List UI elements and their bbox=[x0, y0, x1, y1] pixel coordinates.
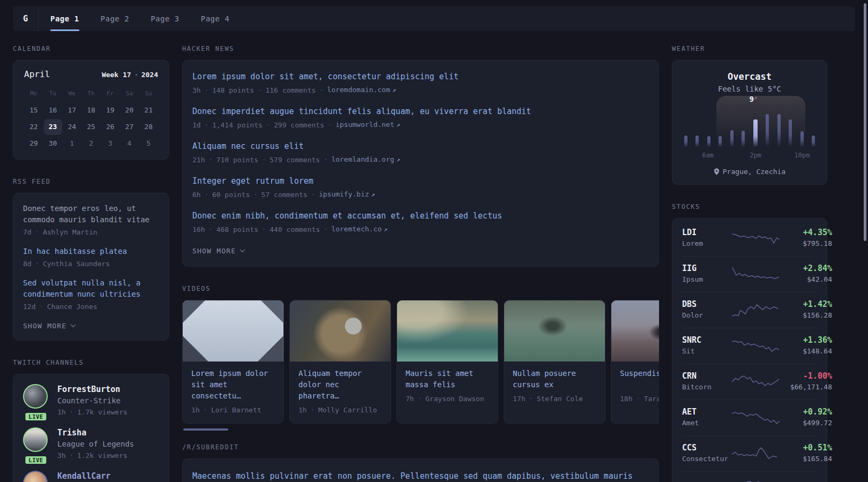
video-card[interactable]: Mauris sit amet massa felis7h·Grayson Da… bbox=[396, 300, 498, 424]
weather-location: Prague, Czechia bbox=[683, 168, 816, 176]
video-thumbnail[interactable] bbox=[290, 300, 391, 362]
stock-row[interactable]: DBSDolor+1.42%$156.28 bbox=[682, 292, 817, 328]
twitch-channel-info: TrishaLeague of Legends3h·1.2k viewers bbox=[57, 427, 134, 460]
stock-ticker[interactable]: LDI bbox=[682, 227, 731, 238]
tab-page-1[interactable]: Page 1 bbox=[50, 6, 79, 31]
hackernews-item-link[interactable]: Lorem ipsum dolor sit amet, consectetur … bbox=[192, 71, 649, 82]
meta-text: 8d bbox=[23, 259, 32, 268]
hackernews-item-link[interactable]: Donec imperdiet augue tincidunt felis al… bbox=[192, 106, 649, 117]
stock-row[interactable]: AETAmet+0.92%$499.72 bbox=[682, 400, 817, 435]
video-title-link[interactable]: Mauris sit amet massa felis bbox=[406, 368, 489, 390]
meta-text: 60 points bbox=[212, 190, 250, 199]
video-title-link[interactable]: Aliquam tempor dolor nec pharetra… bbox=[298, 368, 382, 402]
video-thumbnail[interactable] bbox=[397, 300, 498, 362]
stock-identity: IIGIpsum bbox=[682, 263, 731, 285]
meta-text: 299 comments bbox=[274, 120, 324, 130]
hackernews-item-meta: 1d·1,414 points·299 comments·ipsumworld.… bbox=[192, 120, 649, 130]
video-card[interactable]: Lorem ipsum dolor sit amet consectetu…1h… bbox=[182, 300, 284, 424]
external-link-icon: ↗ bbox=[392, 86, 396, 94]
hackernews-item-link[interactable]: Aliquam nec cursus elit bbox=[192, 141, 649, 152]
weather-bar bbox=[730, 130, 734, 147]
stock-change: +4.35% bbox=[781, 227, 832, 238]
stock-change: +1.36% bbox=[781, 335, 832, 346]
calendar-widget: CALENDAR April Week 17 2024 MoTuWeThFrSa… bbox=[13, 45, 169, 160]
video-title-link[interactable]: Lorem ipsum dolor sit amet consectetu… bbox=[191, 368, 275, 402]
video-thumbnail[interactable] bbox=[611, 300, 659, 362]
rss-item: Donec tempor eros leo, ut commodo mauris… bbox=[23, 203, 159, 237]
video-title-link[interactable]: Nullam posuere cursus ex bbox=[513, 368, 596, 390]
video-card[interactable]: Suspendisse diam18h·Tara bbox=[611, 300, 659, 424]
video-title-link[interactable]: Suspendisse diam bbox=[620, 368, 659, 390]
rss-show-more-button[interactable]: SHOW MORE bbox=[23, 322, 75, 330]
tab-page-2[interactable]: Page 2 bbox=[101, 6, 130, 31]
stock-row[interactable]: AHS+0.46% bbox=[682, 471, 817, 482]
hackernews-item: Donec enim nibh, condimentum et accumsan… bbox=[192, 210, 649, 234]
meta-text: 579 comments bbox=[270, 155, 320, 164]
meta-text: 12d bbox=[23, 302, 35, 311]
external-link-icon: ↗ bbox=[384, 225, 387, 233]
video-carousel-scrollbar[interactable] bbox=[183, 428, 228, 431]
external-link-icon: ↗ bbox=[371, 191, 375, 198]
stock-ticker[interactable]: AET bbox=[682, 406, 731, 418]
app-logo[interactable]: G bbox=[13, 6, 38, 31]
stock-row[interactable]: LDILorem+4.35%$795.18 bbox=[682, 221, 817, 256]
stock-row[interactable]: SNRCSit+1.36%$148.64 bbox=[682, 328, 817, 364]
twitch-channel-row[interactable]: LIVEForrestBurtonCounter-Strike1h·1.7k v… bbox=[23, 384, 159, 417]
tab-page-4[interactable]: Page 4 bbox=[201, 6, 230, 31]
meta-text: 116 comments bbox=[265, 86, 316, 95]
twitch-channel-info: KendallCarr bbox=[57, 471, 110, 482]
twitch-channel-name[interactable]: KendallCarr bbox=[57, 471, 110, 482]
stocks-card: LDILorem+4.35%$795.18IIGIpsum+2.84%$42.0… bbox=[672, 218, 827, 482]
hackernews-domain-link[interactable]: loremlandia.org↗ bbox=[331, 155, 400, 164]
calendar-day-header: Th bbox=[81, 86, 101, 102]
stock-ticker[interactable]: CRN bbox=[682, 371, 731, 382]
twitch-channel-row[interactable]: KendallCarr bbox=[23, 471, 159, 482]
twitch-channel-game: League of Legends bbox=[57, 439, 134, 450]
video-thumbnail[interactable] bbox=[183, 300, 283, 362]
video-carousel[interactable]: Lorem ipsum dolor sit amet consectetu…1h… bbox=[182, 300, 659, 424]
weather-bar-current bbox=[753, 119, 758, 147]
stock-identity: SNRCSit bbox=[682, 335, 731, 357]
twitch-channel-name[interactable]: Trisha bbox=[57, 427, 134, 439]
calendar-day: 29 bbox=[24, 135, 43, 152]
video-card[interactable]: Aliquam tempor dolor nec pharetra…1h·Mol… bbox=[289, 300, 391, 424]
twitch-channel-row[interactable]: LIVETrishaLeague of Legends3h·1.2k viewe… bbox=[23, 427, 159, 460]
subreddit-post-link[interactable]: Maecenas mollis pulvinar erat non posuer… bbox=[192, 470, 649, 482]
meta-text: Tara bbox=[644, 394, 659, 403]
stock-ticker[interactable]: IIG bbox=[682, 263, 731, 274]
tab-page-3[interactable]: Page 3 bbox=[151, 6, 179, 31]
stock-price: $165.84 bbox=[781, 454, 832, 464]
videos-widget-title: VIDEOS bbox=[182, 285, 659, 292]
stock-row[interactable]: IIGIpsum+2.84%$42.04 bbox=[682, 256, 817, 292]
stock-row[interactable]: CCSConsectetur+0.51%$165.84 bbox=[682, 435, 817, 471]
stock-ticker[interactable]: SNRC bbox=[682, 335, 731, 346]
external-link-icon: ↗ bbox=[396, 121, 400, 129]
separator-dot: · bbox=[319, 86, 323, 95]
hackernews-domain-link[interactable]: ipsumify.biz↗ bbox=[319, 190, 375, 199]
rss-item-link[interactable]: Donec tempor eros leo, ut commodo mauris… bbox=[23, 203, 159, 225]
stock-ticker[interactable]: CCS bbox=[682, 442, 731, 454]
rss-item-meta: 8d·Cynthia Saunders bbox=[23, 259, 159, 268]
weather-time-label: 10pm bbox=[795, 152, 810, 159]
rss-item-link[interactable]: Sed volutpat nulla nisl, a condimentum n… bbox=[23, 277, 159, 300]
hackernews-item-link[interactable]: Donec enim nibh, condimentum et accumsan… bbox=[192, 210, 649, 222]
twitch-channel-name[interactable]: ForrestBurton bbox=[57, 384, 128, 395]
weather-location-label: Prague, Czechia bbox=[723, 168, 785, 176]
stock-row[interactable]: CRNBitcorn-1.00%$66,171.48 bbox=[682, 364, 817, 400]
top-nav: G Page 1Page 2Page 3Page 4 bbox=[13, 6, 855, 31]
meta-text: Cynthia Saunders bbox=[43, 259, 110, 268]
rss-item-link[interactable]: In hac habitasse platea bbox=[23, 246, 159, 257]
subreddit-card: Maecenas mollis pulvinar erat non posuer… bbox=[182, 458, 659, 482]
left-column: CALENDAR April Week 17 2024 MoTuWeThFrSa… bbox=[13, 45, 169, 482]
video-thumbnail[interactable] bbox=[504, 300, 605, 362]
calendar-day: 1 bbox=[62, 135, 81, 152]
stock-ticker[interactable]: DBS bbox=[682, 299, 731, 310]
weather-bar bbox=[684, 135, 687, 147]
hackernews-domain-link[interactable]: loremdomain.com↗ bbox=[327, 85, 396, 95]
hackernews-show-more-button[interactable]: SHOW MORE bbox=[192, 247, 244, 255]
hackernews-domain-link[interactable]: loremtech.co↗ bbox=[331, 224, 387, 234]
hackernews-item-link[interactable]: Integer eget rutrum lorem bbox=[192, 176, 649, 187]
video-card[interactable]: Nullam posuere cursus ex17h·Stefan Cole bbox=[504, 300, 605, 424]
page-scrollbar[interactable] bbox=[864, 3, 866, 241]
hackernews-domain-link[interactable]: ipsumworld.net↗ bbox=[335, 120, 400, 130]
